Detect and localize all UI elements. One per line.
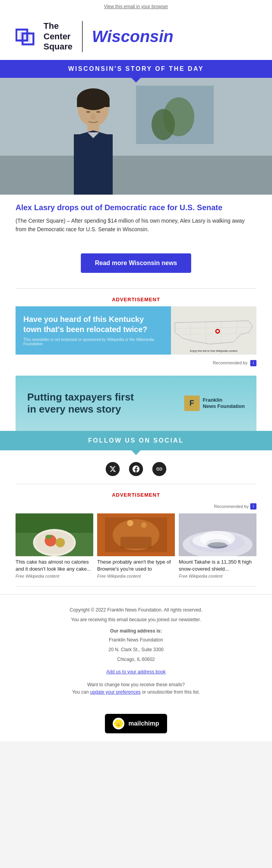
svg-rect-38	[120, 537, 152, 548]
franklin-logo-text: Franklin News Foundation	[203, 397, 245, 409]
svg-rect-13	[86, 111, 90, 113]
svg-point-31	[56, 538, 65, 547]
ad-grid-item-2[interactable]: These probably aren't the type of Browni…	[97, 513, 175, 578]
footer-update-line: Want to change how you receive these ema…	[16, 681, 256, 696]
logo-divider	[82, 21, 83, 52]
ad-grid-source-1: Free Wikipedia content	[16, 574, 93, 578]
ad-grid-title-2: These probably aren't the type of Browni…	[97, 559, 175, 573]
svg-point-55	[122, 722, 124, 725]
franklin-banner: Putting taxpayers first in every news st…	[16, 376, 256, 431]
main-story-image	[0, 78, 272, 195]
ad-grid-item-1[interactable]: This cake has almost no calories and it …	[16, 513, 93, 578]
svg-point-54	[114, 722, 116, 725]
svg-point-7	[152, 109, 175, 140]
social-banner: FOLLOW US ON SOCIAL	[0, 431, 272, 450]
ad-text-section: Have you heard of this Kentucky town tha…	[16, 306, 171, 355]
svg-point-52	[120, 723, 120, 724]
svg-point-40	[141, 522, 146, 528]
ad-image-food	[16, 513, 93, 556]
footer-address-3: Chicago, IL 60602	[16, 656, 256, 663]
region-label: Wisconsin	[92, 27, 174, 46]
mailchimp-button[interactable]: mailchimp	[105, 714, 167, 733]
logo-text: The Center Square	[44, 21, 73, 52]
recommended-icon-1: i	[250, 360, 256, 366]
svg-point-47	[208, 542, 227, 548]
ad-kentucky-disclaimer: This newsletter is not endorsed or spons…	[23, 337, 163, 346]
section-divider-3	[16, 586, 256, 587]
svg-point-15	[91, 114, 96, 120]
ad-image-art	[97, 513, 175, 556]
franklin-logo-icon: F	[184, 395, 200, 411]
ad-grid-title-3: Mount Takahe is a 11,350 ft high snow-co…	[179, 559, 256, 573]
ad-kentucky-headline: Have you heard of this Kentucky town tha…	[23, 314, 163, 334]
mailchimp-icon	[113, 718, 124, 729]
twitter-icon[interactable]	[106, 462, 120, 476]
footer-receiving: You are receiving this email because you…	[16, 616, 256, 624]
read-more-wrapper: Read more Wisconsin news	[0, 242, 272, 288]
svg-rect-12	[74, 134, 113, 195]
facebook-icon[interactable]	[129, 462, 143, 476]
footer: Copyright © 2022 Franklin News Foundatio…	[0, 594, 272, 706]
logo-left: The Center Square	[16, 21, 73, 52]
svg-point-39	[127, 520, 133, 526]
svg-rect-14	[96, 111, 100, 113]
story-content: Alex Lasry drops out of Democratic race …	[0, 195, 272, 242]
center-square-icon	[16, 25, 39, 48]
advertisement-label-1: ADVERTISEMENT	[0, 289, 272, 306]
franklin-logo: F Franklin News Foundation	[184, 395, 245, 411]
mailchimp-label: mailchimp	[128, 720, 159, 727]
franklin-tagline: Putting taxpayers first in every news st…	[27, 391, 134, 415]
ad-kentucky-banner[interactable]: Have you heard of this Kentucky town tha…	[16, 306, 256, 355]
svg-point-53	[118, 724, 120, 725]
svg-point-32	[45, 535, 52, 539]
ad-grid: This cake has almost no calories and it …	[16, 513, 256, 578]
ad-recommended-1: Recommended by i	[0, 358, 272, 368]
story-image-svg	[0, 78, 272, 195]
svg-point-51	[117, 723, 118, 724]
ad-grid-title-1: This cake has almost no calories and it …	[16, 559, 93, 573]
ad-grid-item-3[interactable]: Mount Takahe is a 11,350 ft high snow-co…	[179, 513, 256, 578]
update-preferences-link[interactable]: update your preferences	[90, 689, 141, 695]
ad-map-section: Enjoy this link to free Wikipedia conten…	[171, 306, 256, 355]
footer-copyright: Copyright © 2022 Franklin News Foundatio…	[16, 606, 256, 614]
ad-grid-source-2: Free Wikipedia content	[97, 574, 175, 578]
svg-rect-10	[77, 99, 110, 107]
read-more-button[interactable]: Read more Wisconsin news	[81, 253, 191, 273]
header: The Center Square Wisconsin	[0, 13, 272, 60]
footer-mailing-label: Our mailing address is:	[16, 627, 256, 635]
mailchimp-badge: mailchimp	[0, 706, 272, 741]
link-icon[interactable]	[152, 462, 166, 476]
svg-text:Enjoy this link to free Wikipe: Enjoy this link to free Wikipedia conten…	[190, 350, 237, 353]
kentucky-map-svg: Enjoy this link to free Wikipedia conten…	[171, 306, 256, 355]
view-in-browser-link[interactable]: View this email in your browser	[104, 4, 168, 9]
svg-point-24	[216, 330, 219, 332]
story-headline-link[interactable]: Alex Lasry drops out of Democratic race …	[16, 202, 256, 213]
ad-grid-source-3: Free Wikipedia content	[179, 574, 256, 578]
svg-rect-2	[19, 32, 30, 42]
story-banner: WISCONSIN'S STORY OF THE DAY	[0, 60, 272, 78]
browser-link-bar: View this email in your browser	[0, 0, 272, 13]
advertisement-label-2: ADVERTISEMENT	[0, 484, 272, 502]
story-summary: (The Center Square) – After spending $14…	[16, 216, 256, 234]
ad-recommended-top: Recommended by i	[0, 502, 272, 510]
footer-address-1: Franklin News Foundation	[16, 636, 256, 644]
social-icons-container	[0, 450, 272, 484]
svg-rect-16	[171, 307, 256, 354]
recommended-icon-2: i	[250, 503, 256, 510]
ad-image-bird	[179, 513, 256, 556]
footer-address-2: 20 N. Clark St., Suite 3300	[16, 646, 256, 654]
add-to-address-book-link[interactable]: Add us to your address book	[106, 669, 166, 675]
